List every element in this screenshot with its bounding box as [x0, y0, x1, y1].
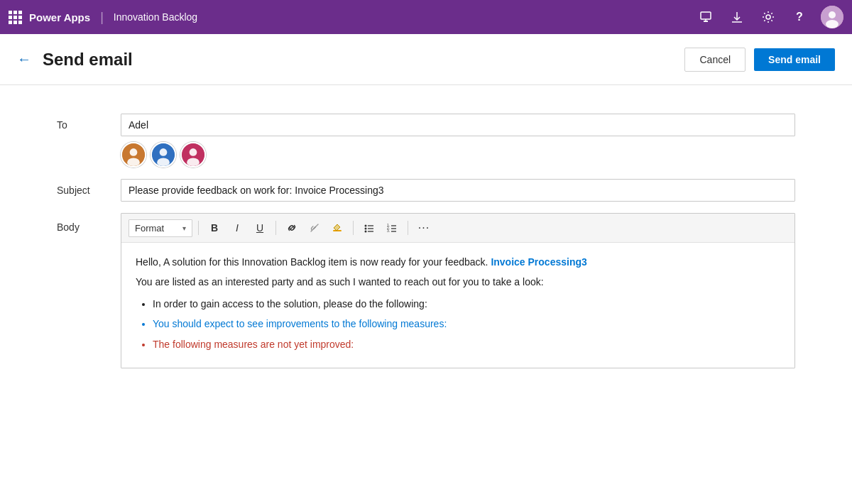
svg-point-5 [766, 15, 770, 19]
link-button[interactable] [282, 218, 302, 238]
body-line1: Hello, A solution for this Innovation Ba… [136, 254, 780, 270]
format-label: Format [135, 223, 164, 234]
svg-rect-0 [701, 12, 711, 19]
app-name: Innovation Backlog [114, 11, 197, 23]
back-button[interactable]: ← [17, 51, 31, 67]
toolbar-divider-2 [275, 221, 276, 235]
navbar-right: ? [696, 6, 843, 28]
svg-point-21 [365, 228, 367, 230]
unordered-list-button[interactable] [359, 218, 379, 238]
svg-point-17 [187, 158, 200, 166]
avatar-image [821, 6, 843, 28]
editor-toolbar: Format ▾ B I U [121, 214, 794, 243]
svg-text:3.: 3. [387, 229, 390, 233]
ordered-list-button[interactable]: 1. 2. 3. [382, 218, 402, 238]
underline-button[interactable]: U [250, 218, 270, 238]
rich-text-editor: Format ▾ B I U [121, 213, 795, 368]
subject-label: Subject [57, 179, 121, 196]
download-icon[interactable] [727, 7, 747, 27]
nav-divider: | [100, 10, 104, 25]
body-control-area: Format ▾ B I U [121, 213, 795, 368]
italic-button[interactable]: I [227, 218, 247, 238]
navbar: Power Apps | Innovation Backlog [0, 0, 852, 34]
subject-input[interactable] [121, 179, 795, 202]
svg-rect-1 [704, 21, 708, 22]
help-icon[interactable]: ? [790, 7, 809, 27]
bullet-item-3: The following measures are not yet impro… [153, 336, 780, 352]
svg-point-7 [829, 11, 836, 18]
settings-icon[interactable] [758, 7, 778, 27]
toolbar-divider-1 [198, 221, 199, 235]
broadcast-icon[interactable] [696, 7, 716, 27]
grid-menu-icon[interactable] [9, 11, 22, 24]
main-content: To [0, 85, 852, 504]
svg-point-19 [365, 225, 367, 227]
editor-body[interactable]: Hello, A solution for this Innovation Ba… [121, 243, 794, 368]
body-list: In order to gain access to the solution,… [136, 296, 780, 352]
page-actions: Cancel Send email [684, 48, 835, 72]
cancel-button[interactable]: Cancel [684, 48, 746, 72]
toolbar-divider-4 [408, 221, 408, 235]
highlight-button[interactable] [327, 218, 347, 238]
recipient-avatars [121, 142, 795, 168]
format-chevron-icon: ▾ [182, 224, 186, 232]
body-line2: You are listed as an interested party an… [136, 274, 780, 290]
toolbar-divider-3 [353, 221, 354, 235]
user-avatar[interactable] [821, 6, 843, 28]
svg-point-14 [157, 158, 170, 166]
recipient-avatar-2[interactable] [151, 142, 176, 168]
svg-point-13 [160, 148, 168, 156]
subject-field-row: Subject [57, 179, 795, 202]
svg-point-11 [127, 158, 140, 166]
svg-point-23 [365, 231, 367, 233]
send-email-button[interactable]: Send email [754, 48, 835, 71]
body-field-row: Body Format ▾ B I U [57, 213, 795, 368]
bullet-item-2: You should expect to see improvements to… [153, 316, 780, 332]
to-input[interactable] [121, 114, 795, 136]
recipient-avatar-1[interactable] [121, 142, 146, 168]
format-dropdown[interactable]: Format ▾ [129, 219, 192, 237]
brand-name: Power Apps [29, 11, 90, 23]
more-options-button[interactable]: ··· [414, 218, 434, 238]
bold-button[interactable]: B [204, 218, 224, 238]
body-label: Body [57, 213, 121, 233]
page-header: ← Send email Cancel Send email [0, 34, 852, 85]
svg-point-8 [826, 20, 839, 28]
page-title: Send email [43, 50, 133, 70]
navbar-left: Power Apps | Innovation Backlog [9, 10, 197, 25]
page-title-area: ← Send email [17, 50, 133, 70]
svg-point-16 [190, 148, 197, 156]
bullet-item-1: In order to gain access to the solution,… [153, 296, 780, 312]
invoice-link[interactable]: Invoice Processing3 [491, 256, 586, 268]
to-label: To [57, 114, 121, 131]
subject-control-area [121, 179, 795, 202]
to-field-row: To [57, 114, 795, 168]
to-control-area [121, 114, 795, 168]
unlink-button[interactable] [305, 218, 324, 238]
svg-point-10 [130, 148, 138, 156]
recipient-avatar-3[interactable] [180, 142, 206, 168]
